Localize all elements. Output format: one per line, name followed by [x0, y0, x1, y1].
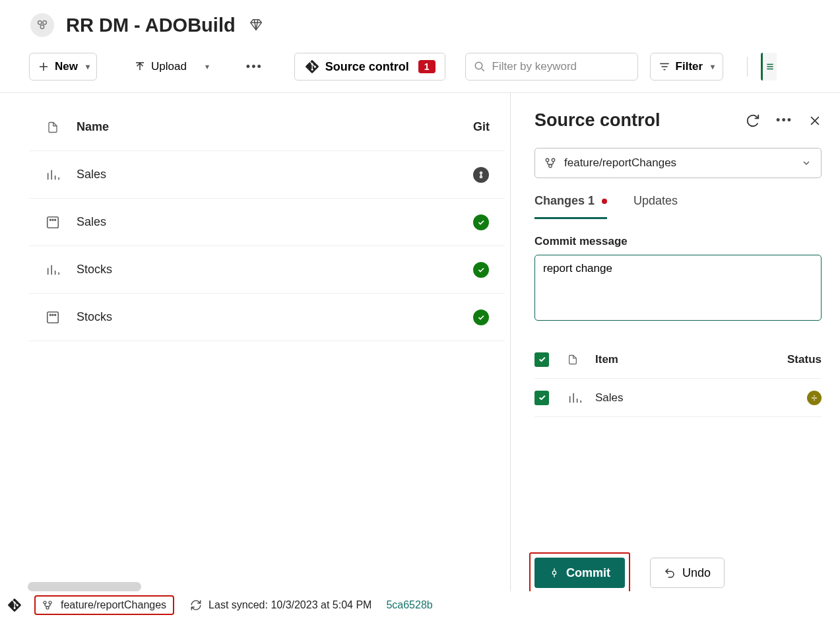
report-icon	[29, 168, 77, 182]
content-list: Name Git Sales Sales	[0, 93, 510, 600]
column-name-header[interactable]: Name	[77, 120, 473, 134]
sync-icon	[190, 599, 202, 611]
report-icon	[29, 263, 77, 277]
branch-icon	[42, 600, 53, 610]
file-icon	[29, 120, 77, 135]
changes-column-item: Item	[595, 353, 783, 366]
statusbar-branch[interactable]: feature/reportChanges	[34, 595, 174, 615]
filter-input[interactable]	[492, 60, 632, 73]
new-button-label: New	[55, 60, 78, 73]
changes-item-name: Sales	[595, 391, 783, 405]
branch-dropdown[interactable]: feature/reportChanges	[534, 148, 822, 178]
svg-point-9	[55, 219, 56, 220]
file-icon	[567, 353, 595, 366]
filter-button[interactable]: Filter ▾	[650, 53, 724, 81]
filter-input-wrapper[interactable]	[465, 53, 638, 81]
git-status	[473, 167, 505, 183]
changes-item-status	[783, 391, 822, 405]
upload-button[interactable]: Upload ▾	[126, 53, 217, 81]
svg-point-8	[52, 219, 53, 220]
svg-point-17	[552, 571, 556, 574]
statusbar-branch-name: feature/reportChanges	[61, 599, 166, 611]
ellipsis-icon: •••	[246, 60, 263, 74]
git-pending-icon	[473, 167, 489, 183]
diamond-icon	[249, 18, 263, 32]
row-checkbox[interactable]	[534, 391, 567, 405]
svg-point-14	[546, 158, 549, 162]
svg-point-16	[549, 164, 552, 168]
table-row[interactable]: Sales	[29, 151, 505, 199]
report-icon	[567, 391, 595, 405]
undo-icon	[664, 567, 676, 579]
scrollbar[interactable]	[28, 582, 141, 591]
divider	[747, 57, 748, 77]
chevron-down-icon: ▾	[86, 62, 90, 71]
source-control-label: Source control	[325, 60, 409, 74]
chevron-down-icon: ▾	[711, 62, 715, 71]
refresh-button[interactable]	[746, 114, 760, 128]
source-control-button[interactable]: Source control 1	[294, 53, 445, 81]
check-icon	[534, 391, 549, 405]
source-control-panel: Source control ••• feature/reportChanges	[510, 93, 840, 600]
commit-highlight: Commit	[529, 552, 630, 593]
item-name: Sales	[77, 168, 473, 181]
table-row[interactable]: Stocks	[29, 246, 505, 294]
chevron-down-icon	[801, 158, 812, 168]
undo-button[interactable]: Undo	[650, 558, 725, 588]
svg-point-18	[44, 601, 46, 604]
table-header: Name Git	[29, 104, 505, 151]
git-status	[473, 310, 505, 325]
item-name: Stocks	[77, 263, 473, 277]
upload-button-label: Upload	[151, 60, 187, 73]
commit-message-box[interactable]	[534, 255, 822, 321]
branch-icon	[544, 157, 556, 169]
svg-rect-10	[48, 311, 59, 323]
svg-rect-6	[48, 216, 59, 228]
changes-header: Item Status	[534, 341, 822, 379]
svg-point-2	[40, 25, 44, 29]
svg-point-3	[475, 62, 482, 69]
table-row[interactable]: Sales	[29, 199, 505, 246]
more-button[interactable]: •••	[238, 53, 271, 81]
commit-button[interactable]: Commit	[534, 558, 625, 588]
plus-icon	[38, 61, 49, 73]
item-name: Stocks	[77, 310, 473, 324]
panel-title: Source control	[534, 110, 746, 131]
page-header: RR DM - ADOBuild	[0, 0, 840, 44]
git-status	[473, 262, 505, 278]
new-button[interactable]: New ▾	[29, 53, 97, 81]
git-icon	[7, 597, 22, 613]
branch-name: feature/reportChanges	[564, 156, 676, 170]
modified-icon	[807, 391, 822, 405]
commit-message-input[interactable]	[543, 262, 813, 313]
filter-button-label: Filter	[676, 60, 703, 73]
git-status	[473, 214, 505, 230]
column-git-header[interactable]: Git	[473, 120, 505, 134]
panel-tabs: Changes 1 Updates	[534, 194, 822, 219]
upload-icon	[134, 61, 146, 73]
svg-point-15	[552, 158, 555, 162]
table-row[interactable]: Stocks	[29, 294, 505, 341]
close-button[interactable]	[808, 114, 822, 127]
svg-point-12	[52, 314, 53, 315]
svg-point-4	[480, 172, 482, 174]
svg-point-0	[38, 21, 42, 24]
page-title: RR DM - ADOBuild	[66, 15, 236, 36]
panel-more-button[interactable]: •••	[776, 114, 792, 127]
panel-footer: Commit Undo	[529, 552, 822, 593]
select-all-checkbox[interactable]	[534, 352, 567, 367]
git-synced-icon	[473, 214, 489, 230]
statusbar-sync-text: Last synced: 10/3/2023 at 5:04 PM	[209, 599, 372, 611]
changes-row[interactable]: Sales	[534, 379, 822, 417]
statusbar-sync[interactable]: Last synced: 10/3/2023 at 5:04 PM	[190, 599, 372, 611]
tab-changes[interactable]: Changes 1	[534, 194, 607, 219]
tab-changes-label: Changes 1	[534, 194, 595, 207]
filter-icon	[659, 61, 670, 73]
svg-point-5	[480, 176, 482, 178]
panel-toggle-button[interactable]	[761, 53, 777, 81]
git-synced-icon	[473, 310, 489, 325]
workspace-icon	[30, 13, 54, 37]
svg-point-19	[49, 601, 51, 604]
tab-updates[interactable]: Updates	[633, 194, 678, 219]
statusbar-commit-hash[interactable]: 5ca6528b	[386, 599, 432, 611]
